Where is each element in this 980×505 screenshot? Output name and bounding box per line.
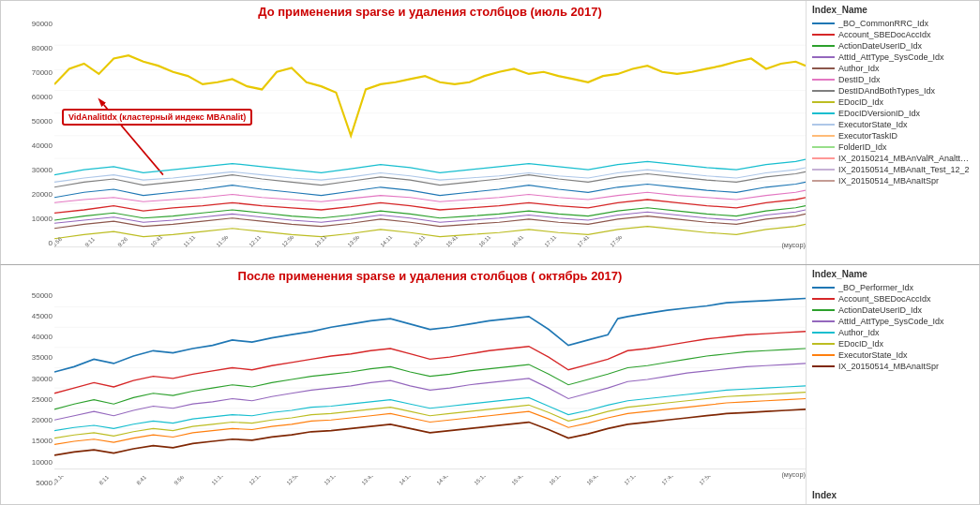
svg-text:11:11: 11:11	[210, 476, 224, 486]
svg-text:16:41: 16:41	[585, 476, 599, 486]
bottom-legend-item-1: _BO_Performer_Idx	[812, 283, 973, 292]
svg-text:16:41: 16:41	[510, 236, 524, 248]
svg-text:14:11: 14:11	[398, 476, 412, 486]
legend-color-13	[812, 157, 835, 159]
legend-item-10: ExecutorState_Idx	[812, 120, 973, 129]
bottom-legend-item-7: ExecutorState_Idx	[812, 350, 973, 360]
bottom-chart-svg: (мусор)	[54, 287, 806, 489]
bottom-legend-color-2	[812, 298, 835, 300]
legend-color-3	[812, 45, 835, 47]
legend-color-6	[812, 79, 835, 81]
main-container: Среднее по полю buffer_cache_used_MB 900…	[0, 0, 980, 505]
top-chart-title: До применения sparse и удаления столбцов…	[54, 1, 806, 19]
top-annotation: VidAnalitIdx (кластерный индекс MBAnalit…	[62, 109, 252, 126]
svg-text:23.10.2017 7:56: 23.10.2017 7:56	[54, 476, 84, 486]
svg-text:17:56: 17:56	[698, 476, 712, 486]
svg-text:14:41: 14:41	[435, 476, 449, 486]
legend-item-11: ExecutorTaskID	[812, 131, 973, 141]
svg-text:11:56: 11:56	[215, 236, 229, 248]
legend-item-5: Author_Idx	[812, 64, 973, 73]
svg-text:13:11: 13:11	[313, 236, 327, 248]
top-chart-area: До применения sparse и удаления столбцов…	[54, 1, 806, 264]
bottom-chart-section: Среднее по полю buffer_cache_used_MB 500…	[0, 265, 980, 505]
svg-text:15:11: 15:11	[412, 236, 426, 248]
bottom-legend: Index_Name _BO_Performer_Idx Account_SBE…	[806, 265, 979, 504]
top-legend-title: Index_Name	[812, 5, 973, 15]
bottom-legend-color-7	[812, 354, 835, 356]
legend-color-9	[812, 112, 835, 114]
bottom-legend-color-5	[812, 332, 835, 334]
bottom-legend-title: Index_Name	[812, 269, 973, 279]
svg-text:12:11: 12:11	[248, 236, 262, 248]
svg-text:9:11: 9:11	[83, 236, 96, 248]
legend-color-7	[812, 90, 835, 92]
svg-text:14:11: 14:11	[379, 236, 393, 248]
bottom-x-axis: 23.10.2017 7:56 8:11 8:41 9:56 11:11 12:…	[54, 476, 806, 489]
index-label: Index	[812, 490, 837, 500]
svg-text:13:11: 13:11	[323, 476, 337, 486]
svg-text:11:11: 11:11	[182, 236, 196, 248]
bottom-legend-item-6: EDocID_Idx	[812, 339, 973, 349]
svg-text:9:26: 9:26	[116, 236, 128, 248]
legend-item-12: FolderID_Idx	[812, 142, 973, 152]
legend-color-14	[812, 169, 835, 171]
bottom-y-axis: 50000 45000 40000 35000 30000 25000 2000…	[12, 265, 54, 504]
bottom-legend-color-4	[812, 320, 835, 322]
legend-color-12	[812, 146, 835, 148]
top-x-axis: 8:56 9:11 9:26 10:41 11:11 11:56 12:11 1…	[54, 236, 806, 249]
svg-text:17:11: 17:11	[543, 236, 557, 248]
bottom-legend-item-3: ActionDateUserID_Idx	[812, 305, 973, 315]
svg-text:12:56: 12:56	[280, 236, 294, 248]
legend-item-7: DestIDAndBothTypes_Idx	[812, 86, 973, 96]
legend-item-3: ActionDateUserID_Idx	[812, 41, 973, 51]
legend-item-14: IX_20150514_MBAnaIt_Test_12_2	[812, 165, 973, 174]
svg-text:8:56: 8:56	[54, 236, 63, 248]
svg-text:15:11: 15:11	[473, 476, 487, 486]
svg-text:8:41: 8:41	[135, 476, 147, 486]
bottom-legend-item-5: Author_Idx	[812, 328, 973, 337]
legend-item-13: IX_20150214_MBAnValR_AnalttFIOT	[812, 154, 973, 163]
svg-text:12:56: 12:56	[285, 476, 299, 486]
bottom-legend-item-2: Account_SBEDocAccIdx	[812, 294, 973, 304]
svg-text:17:56: 17:56	[609, 236, 623, 248]
top-chart-svg: (мусор)	[54, 22, 806, 249]
legend-color-10	[812, 124, 835, 126]
legend-color-4	[812, 56, 835, 58]
legend-item-6: DestID_Idx	[812, 75, 973, 84]
bottom-legend-item-8: IX_20150514_MBAnaItSpr	[812, 362, 973, 371]
svg-text:17:11: 17:11	[623, 476, 637, 486]
legend-item-15: IX_20150514_MBAnaItSpr	[812, 176, 973, 186]
top-legend: Index_Name _BO_CommonRRC_Idx Account_SBE…	[806, 1, 979, 264]
bottom-legend-color-8	[812, 365, 835, 367]
bottom-legend-item-4: AttId_AttType_SysCode_Idx	[812, 317, 973, 326]
legend-color-8	[812, 101, 835, 103]
top-y-axis: 90000 80000 70000 60000 50000 40000 3000…	[12, 1, 54, 264]
svg-text:17:41: 17:41	[576, 236, 590, 248]
svg-text:17:41: 17:41	[660, 476, 674, 486]
svg-text:16:11: 16:11	[477, 236, 491, 248]
svg-text:10:41: 10:41	[149, 236, 163, 248]
bottom-legend-color-1	[812, 287, 835, 289]
legend-item-1: _BO_CommonRRC_Idx	[812, 19, 973, 28]
index-label-container: Index	[812, 481, 973, 500]
legend-color-15	[812, 180, 835, 182]
legend-item-2: Account_SBEDocAccIdx	[812, 30, 973, 39]
legend-color-5	[812, 67, 835, 69]
bottom-chart-area: После применения sparse и удаления столб…	[54, 265, 806, 504]
top-chart-section: Среднее по полю buffer_cache_used_MB 900…	[0, 0, 980, 265]
legend-color-1	[812, 22, 835, 24]
legend-item-8: EDocID_Idx	[812, 97, 973, 107]
svg-text:15:41: 15:41	[510, 476, 524, 486]
svg-text:16:11: 16:11	[548, 476, 562, 486]
svg-text:15:41: 15:41	[445, 236, 459, 248]
bottom-legend-color-6	[812, 343, 835, 345]
legend-color-11	[812, 135, 835, 137]
svg-text:13:41: 13:41	[360, 476, 374, 486]
svg-text:9:56: 9:56	[173, 476, 185, 486]
bottom-chart-title: После применения sparse и удаления столб…	[54, 265, 806, 283]
svg-text:8:11: 8:11	[98, 476, 110, 486]
legend-item-4: AttId_AttType_SysCode_Idx	[812, 52, 973, 62]
svg-text:12:11: 12:11	[248, 476, 262, 486]
bottom-legend-color-3	[812, 309, 835, 311]
svg-text:13:56: 13:56	[346, 236, 360, 248]
